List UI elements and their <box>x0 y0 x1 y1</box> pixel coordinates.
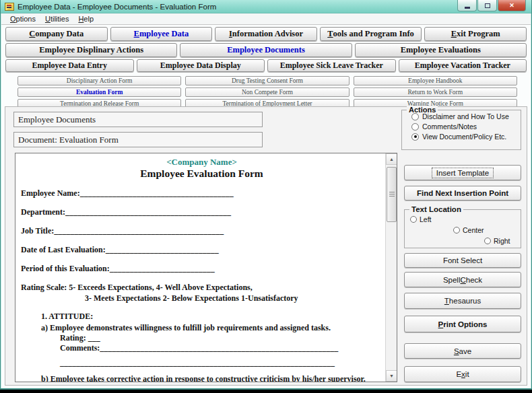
radio-icon[interactable] <box>453 227 460 234</box>
radio-label: Right <box>494 237 510 245</box>
document-form-button[interactable]: Employee Handbook <box>354 76 517 85</box>
document-line: Comments:_______________________________… <box>60 343 383 353</box>
text-location-group: Text Location Left Center <box>404 209 521 248</box>
radio-label: Comments/Notes <box>422 122 477 131</box>
document-viewer[interactable]: <Company Name> Employee Evaluation Form … <box>15 153 397 382</box>
text-location-title: Text Location <box>409 205 463 213</box>
document-line: ________________________________________… <box>60 358 383 368</box>
thesaurus-button[interactable]: Thesaurus <box>404 293 521 309</box>
nav-tab[interactable]: Employee Data <box>110 27 213 41</box>
title-bar: Employee Data - Employee Documents - Eva… <box>1 0 531 13</box>
window-controls: ✕ <box>457 0 526 11</box>
document-line: Period of this Evaluation:______________… <box>21 264 383 274</box>
action-radio-option[interactable]: View Document/Policy Etc. <box>411 133 521 141</box>
document-line: <Company Name> <box>21 157 383 168</box>
document-line: 3- Meets Expectations 2- Below Expectati… <box>85 293 383 303</box>
radio-icon[interactable] <box>411 123 419 131</box>
app-window: Employee Data - Employee Documents - Eva… <box>0 0 532 390</box>
app-icon <box>5 3 14 11</box>
document-line: Department:_____________________________… <box>21 207 383 217</box>
radio-label: Center <box>463 226 484 234</box>
actions-options: Disclaimer and How To Use Comments/Notes… <box>402 112 521 141</box>
document-line: Job Title:______________________________… <box>21 226 383 236</box>
nav-tab[interactable]: Employee Documents <box>180 43 352 57</box>
text-location-radio-option[interactable]: Left <box>410 215 432 223</box>
action-radio-option[interactable]: Comments/Notes <box>411 122 521 131</box>
nav-row-main: Company Data Employee Data Information A… <box>1 27 531 41</box>
nav-tab[interactable]: Employee Evaluations <box>355 43 527 57</box>
document-line: Rating Scale: 5- Exceeds Expectations, 4… <box>21 283 383 293</box>
document-content[interactable]: <Company Name> Employee Evaluation Form … <box>15 153 385 382</box>
scrollbar-thumb[interactable] <box>387 167 397 222</box>
document-line: a) Employee demonstrates willingness to … <box>41 323 383 333</box>
radio-label: Left <box>420 215 432 223</box>
find-next-insertion-point-button[interactable]: Find Next Insertion Point <box>404 186 521 201</box>
nav-tab[interactable]: Company Data <box>5 27 108 41</box>
minimize-button[interactable] <box>457 0 477 11</box>
restore-button[interactable] <box>477 0 497 11</box>
nav-tab[interactable]: Information Advisor <box>215 27 317 41</box>
radio-icon[interactable] <box>411 133 419 141</box>
actions-group: Actions Disclaimer and How To Use Commen… <box>401 110 521 150</box>
document-line: b) Employee takes corrective action in r… <box>41 374 383 382</box>
document-line: Employee Evaluation Form <box>21 168 383 180</box>
close-icon: ✕ <box>509 2 514 9</box>
save-button[interactable]: Save <box>404 343 521 359</box>
nav-tab[interactable]: Employee Sick Leave Tracker <box>267 59 396 72</box>
nav-row-trackers: Employee Data Entry Employee Data Displa… <box>1 59 531 72</box>
radio-label: View Document/Policy Etc. <box>422 133 506 141</box>
nav-tab[interactable]: Employee Vacation Tracker <box>399 59 527 72</box>
print-options-button[interactable]: Print Options <box>404 316 521 332</box>
text-location-radio-option[interactable]: Right <box>484 237 510 245</box>
window-title: Employee Data - Employee Documents - Eva… <box>18 3 216 11</box>
document-line: Date of Last Evaluation:________________… <box>21 245 383 255</box>
actions-group-title: Actions <box>407 106 438 114</box>
nav-tab[interactable]: Employee Data Entry <box>5 59 134 72</box>
scroll-up-icon[interactable]: ▲ <box>386 153 397 165</box>
radio-icon[interactable] <box>411 113 419 120</box>
document-label-box: Document: Evaluation Form <box>13 132 263 147</box>
nav-tab[interactable]: Employee Displinary Actions <box>5 43 177 57</box>
section-label-box: Employee Documents <box>13 112 263 127</box>
nav-row-employee: Employee Displinary Actions Employee Doc… <box>1 43 531 57</box>
document-line: 1. ATTITUDE: <box>41 312 383 322</box>
spell-check-button[interactable]: Spell Check <box>404 272 521 287</box>
scroll-down-icon[interactable]: ▼ <box>386 370 397 382</box>
document-form-button[interactable]: Drug Testing Consent Form <box>185 76 349 85</box>
document-line: Rating: ___ <box>60 333 383 343</box>
nav-tab[interactable]: Exit Program <box>424 27 527 41</box>
radio-icon[interactable] <box>410 216 417 223</box>
document-scrollbar[interactable]: ▲ ▼ <box>385 153 397 382</box>
document-form-button[interactable]: Non Compete Form <box>185 87 349 97</box>
document-form-button[interactable]: Disciplinary Action Form <box>18 76 181 85</box>
nav-tab[interactable]: Tools and Program Info <box>320 27 422 41</box>
restore-icon <box>485 3 490 8</box>
insert-template-label: Insert Template <box>432 168 494 178</box>
client-area: Company Data Employee Data Information A… <box>1 25 531 388</box>
menu-item[interactable]: Options <box>5 14 40 24</box>
document-line: Employee Name:__________________________… <box>21 188 383 199</box>
close-button[interactable]: ✕ <box>498 0 526 11</box>
exit-button[interactable]: Exit <box>404 366 521 382</box>
main-panel: Employee Documents Document: Evaluation … <box>5 106 527 386</box>
document-buttons-grid: Disciplinary Action Form Drug Testing Co… <box>18 76 517 108</box>
menu-bar: Options Utilities Help <box>1 13 531 25</box>
menu-item[interactable]: Utilities <box>40 14 73 24</box>
insert-template-button[interactable]: Insert Template <box>404 165 521 180</box>
font-select-button[interactable]: Font Select <box>404 253 521 268</box>
text-location-radio-option[interactable]: Center <box>453 226 484 234</box>
document-form-button[interactable]: Return to Work Form <box>354 87 517 97</box>
minimize-icon <box>465 7 470 9</box>
menu-item[interactable]: Help <box>73 14 98 24</box>
nav-tab[interactable]: Employee Data Display <box>137 59 265 72</box>
radio-icon[interactable] <box>484 238 491 244</box>
document-form-button[interactable]: Evaluation Form <box>18 87 181 97</box>
